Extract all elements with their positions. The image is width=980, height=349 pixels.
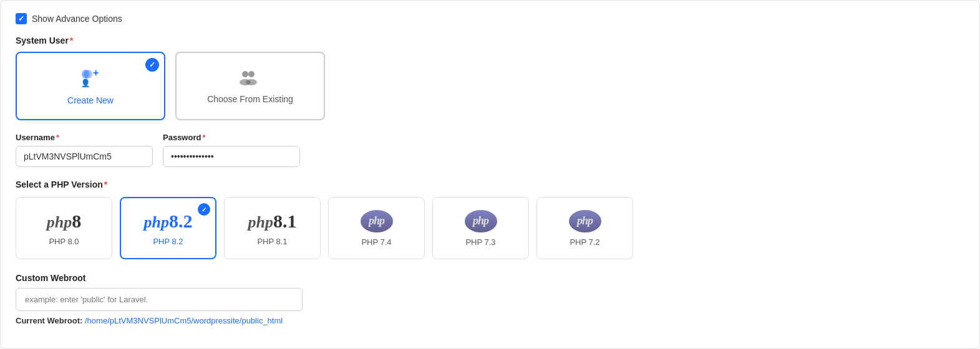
php82-card[interactable]: php8.2 PHP 8.2 [120, 197, 216, 259]
main-container: Show Advance Options System User* 👤 + Cr… [0, 0, 980, 349]
current-webroot-label: Current Webroot: [16, 316, 82, 325]
current-webroot-path: /home/pLtVM3NVSPlUmCm5/wordpressite/publ… [85, 316, 283, 325]
advance-options-row: Show Advance Options [16, 13, 964, 24]
php73-card[interactable]: php PHP 7.3 [432, 197, 529, 259]
choose-existing-card[interactable]: Choose From Existing [175, 52, 325, 120]
svg-point-4 [242, 71, 248, 77]
svg-point-5 [248, 71, 255, 77]
php81-card[interactable]: php8.1 PHP 8.1 [224, 197, 321, 259]
svg-text:👤: 👤 [80, 78, 91, 87]
credentials-row: Username* Password* [16, 133, 964, 167]
php73-label: PHP 7.3 [465, 237, 495, 247]
create-new-label: Create New [67, 95, 114, 105]
svg-text:+: + [93, 67, 99, 78]
system-user-required: * [70, 36, 73, 45]
php82-check [198, 203, 210, 216]
webroot-label: Custom Webroot [16, 273, 964, 283]
webroot-input[interactable] [16, 288, 303, 311]
choose-existing-label: Choose From Existing [207, 94, 293, 104]
current-webroot-row: Current Webroot: /home/pLtVM3NVSPlUmCm5/… [16, 316, 964, 325]
username-group: Username* [16, 133, 153, 167]
php74-card[interactable]: php PHP 7.4 [328, 197, 425, 259]
password-label: Password* [163, 133, 300, 142]
php72-card[interactable]: php PHP 7.2 [536, 197, 633, 259]
php72-badge: php [569, 210, 601, 232]
system-user-options: 👤 + Create New Choose From Existing [16, 52, 964, 120]
svg-point-1 [82, 70, 89, 79]
php74-badge: php [361, 210, 393, 232]
php74-label: PHP 7.4 [361, 237, 391, 247]
system-user-label: System User* [16, 36, 964, 45]
php-options-container: php8 PHP 8.0 php8.2 PHP 8.2 php8.1 PHP 8… [16, 197, 964, 259]
password-group: Password* [163, 133, 300, 167]
php82-label: PHP 8.2 [153, 237, 183, 246]
php73-badge: php [465, 210, 497, 232]
users-icon [239, 69, 261, 89]
php-version-label: Select a PHP Version* [16, 179, 964, 189]
username-label: Username* [16, 133, 153, 142]
username-input[interactable] [16, 146, 153, 167]
password-input[interactable] [163, 146, 300, 167]
user-add-icon: 👤 + [79, 67, 102, 90]
php72-label: PHP 7.2 [570, 237, 599, 247]
webroot-section: Custom Webroot Current Webroot: /home/pL… [16, 273, 964, 325]
advance-options-checkbox[interactable] [16, 13, 27, 24]
svg-point-7 [246, 79, 257, 85]
create-new-check [145, 58, 159, 72]
advance-options-label: Show Advance Options [32, 14, 122, 24]
php81-label: PHP 8.1 [257, 237, 287, 246]
php80-card[interactable]: php8 PHP 8.0 [16, 197, 112, 259]
php80-label: PHP 8.0 [49, 237, 79, 246]
create-new-card[interactable]: 👤 + Create New [16, 52, 165, 120]
